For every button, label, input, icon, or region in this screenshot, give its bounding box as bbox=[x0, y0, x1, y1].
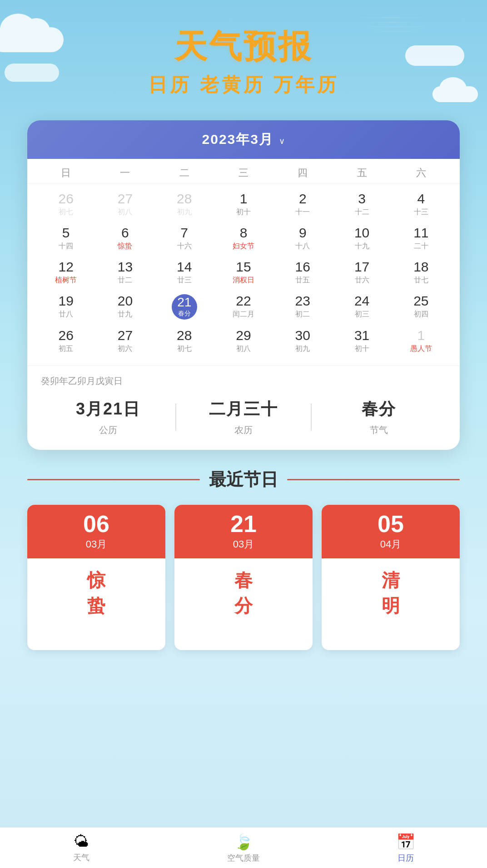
cal-lunar: 廿八 bbox=[38, 310, 94, 319]
calendar-cell-31[interactable]: 31 初十 bbox=[332, 324, 391, 358]
calendar-cell-26[interactable]: 26 初五 bbox=[36, 324, 95, 358]
holiday-name: 春分 bbox=[179, 567, 308, 618]
cal-date: 6 bbox=[97, 226, 153, 240]
solar-date-item: 3月21日 公历 bbox=[41, 398, 175, 436]
calendar-cell-10[interactable]: 10 十九 bbox=[332, 222, 391, 256]
holiday-card-1[interactable]: 21 03月 春分 bbox=[174, 505, 313, 650]
calendar-cell-18[interactable]: 18 廿七 bbox=[392, 256, 451, 290]
cal-lunar: 植树节 bbox=[38, 276, 94, 285]
solar-date-label: 公历 bbox=[41, 424, 175, 436]
cal-lunar: 十六 bbox=[157, 242, 212, 251]
nav-label-calendar: 日历 bbox=[398, 853, 414, 863]
cal-lunar: 十一 bbox=[275, 207, 330, 217]
cal-lunar: 春分 bbox=[178, 310, 191, 318]
holiday-card-0[interactable]: 06 03月 惊蛰 bbox=[27, 505, 165, 650]
calendar-cell-11[interactable]: 11 二十 bbox=[392, 222, 451, 256]
calendar-cell-5[interactable]: 5 十四 bbox=[36, 222, 95, 256]
cal-lunar: 初五 bbox=[38, 344, 94, 354]
calendar-cell-4[interactable]: 4 十三 bbox=[392, 187, 451, 222]
cal-lunar: 廿九 bbox=[97, 310, 153, 319]
calendar-cell-22[interactable]: 22 闰二月 bbox=[214, 290, 273, 324]
cal-date: 1 bbox=[216, 192, 271, 206]
calendar-cell-2[interactable]: 2 十一 bbox=[273, 187, 332, 222]
weather-icon: 🌤 bbox=[74, 833, 89, 850]
chevron-down-icon[interactable]: ∨ bbox=[279, 136, 285, 146]
cal-date: 1 bbox=[393, 329, 449, 342]
holiday-card-header: 05 04月 bbox=[322, 505, 460, 558]
calendar-cell-14[interactable]: 14 廿三 bbox=[155, 256, 214, 290]
nav-label-air: 空气质量 bbox=[227, 853, 260, 863]
cal-lunar: 二十 bbox=[393, 242, 449, 251]
cal-lunar: 初八 bbox=[97, 207, 153, 217]
holiday-card-month: 03月 bbox=[32, 538, 161, 551]
weekday-wed: 三 bbox=[214, 166, 273, 180]
cal-lunar: 廿三 bbox=[157, 276, 212, 285]
holiday-card-month: 03月 bbox=[179, 538, 308, 551]
calendar-cell-8[interactable]: 8 妇女节 bbox=[214, 222, 273, 256]
holiday-cards: 06 03月 惊蛰 21 03月 春分 05 04月 清明 bbox=[27, 505, 460, 650]
cal-date: 16 bbox=[275, 260, 330, 274]
cal-date: 29 bbox=[216, 329, 271, 342]
cal-date: 14 bbox=[157, 260, 212, 274]
calendar-cell-23[interactable]: 23 初二 bbox=[273, 290, 332, 324]
holiday-card-month: 04月 bbox=[326, 538, 455, 551]
cal-date: 22 bbox=[216, 294, 271, 308]
cal-date: 24 bbox=[334, 294, 389, 308]
calendar-cell-7[interactable]: 7 十六 bbox=[155, 222, 214, 256]
calendar-cell-28[interactable]: 28 初九 bbox=[155, 187, 214, 222]
holiday-card-body: 清明 bbox=[322, 558, 460, 627]
calendar-cell-1[interactable]: 1 愚人节 bbox=[392, 324, 451, 358]
cal-lunar: 初七 bbox=[38, 207, 94, 217]
holiday-card-2[interactable]: 05 04月 清明 bbox=[322, 505, 460, 650]
calendar-cell-16[interactable]: 16 廿五 bbox=[273, 256, 332, 290]
calendar-cell-6[interactable]: 6 惊蛰 bbox=[95, 222, 154, 256]
calendar-grid: 26 初七27 初八28 初九1 初十2 十一3 十二4 十三5 十四6 惊蛰7… bbox=[27, 184, 460, 365]
calendar-cell-15[interactable]: 15 消权日 bbox=[214, 256, 273, 290]
cal-date: 5 bbox=[38, 226, 94, 240]
nav-item-air[interactable]: 🍃 空气质量 bbox=[162, 829, 324, 867]
cal-date: 20 bbox=[97, 294, 153, 308]
cal-lunar: 十二 bbox=[334, 207, 389, 217]
app-header: 天气预报 日历 老黄历 万年历 bbox=[0, 0, 487, 98]
weekday-sun: 日 bbox=[36, 166, 95, 180]
cal-date: 25 bbox=[393, 294, 449, 308]
holiday-card-body: 惊蛰 bbox=[27, 558, 165, 627]
calendar-header[interactable]: 2023年3月 ∨ bbox=[27, 120, 460, 159]
weekday-mon: 一 bbox=[95, 166, 154, 180]
holiday-card-day: 05 bbox=[326, 512, 455, 536]
calendar-cell-1[interactable]: 1 初十 bbox=[214, 187, 273, 222]
calendar-cell-28[interactable]: 28 初七 bbox=[155, 324, 214, 358]
nav-item-calendar[interactable]: 📅 日历 bbox=[325, 829, 487, 867]
calendar-cell-19[interactable]: 19 廿八 bbox=[36, 290, 95, 324]
cal-lunar: 愚人节 bbox=[393, 344, 449, 354]
calendar-cell-30[interactable]: 30 初九 bbox=[273, 324, 332, 358]
calendar-cell-26[interactable]: 26 初七 bbox=[36, 187, 95, 222]
calendar-cell-13[interactable]: 13 廿二 bbox=[95, 256, 154, 290]
cal-lunar: 廿六 bbox=[334, 276, 389, 285]
calendar-cell-17[interactable]: 17 廿六 bbox=[332, 256, 391, 290]
cal-date: 28 bbox=[157, 329, 212, 342]
holiday-card-day: 06 bbox=[32, 512, 161, 536]
calendar-cell-24[interactable]: 24 初三 bbox=[332, 290, 391, 324]
cal-lunar: 十四 bbox=[38, 242, 94, 251]
cal-date: 7 bbox=[157, 226, 212, 240]
air-icon: 🍃 bbox=[234, 833, 253, 851]
holiday-card-body: 春分 bbox=[174, 558, 313, 627]
cal-lunar: 初十 bbox=[334, 344, 389, 354]
calendar-cell-20[interactable]: 20 廿九 bbox=[95, 290, 154, 324]
calendar-cell-27[interactable]: 27 初八 bbox=[95, 187, 154, 222]
calendar-cell-21[interactable]: 21 春分 bbox=[155, 290, 214, 324]
calendar-cell-9[interactable]: 9 十八 bbox=[273, 222, 332, 256]
calendar-cell-29[interactable]: 29 初八 bbox=[214, 324, 273, 358]
solar-term-label: 节气 bbox=[312, 424, 446, 436]
cal-date: 9 bbox=[275, 226, 330, 240]
calendar-cell-25[interactable]: 25 初四 bbox=[392, 290, 451, 324]
nav-item-weather[interactable]: 🌤 天气 bbox=[0, 829, 162, 867]
weekday-fri: 五 bbox=[332, 166, 391, 180]
calendar-cell-3[interactable]: 3 十二 bbox=[332, 187, 391, 222]
holiday-card-header: 21 03月 bbox=[174, 505, 313, 558]
calendar-cell-12[interactable]: 12 植树节 bbox=[36, 256, 95, 290]
cal-date: 31 bbox=[334, 329, 389, 342]
cal-date: 8 bbox=[216, 226, 271, 240]
calendar-cell-27[interactable]: 27 初六 bbox=[95, 324, 154, 358]
